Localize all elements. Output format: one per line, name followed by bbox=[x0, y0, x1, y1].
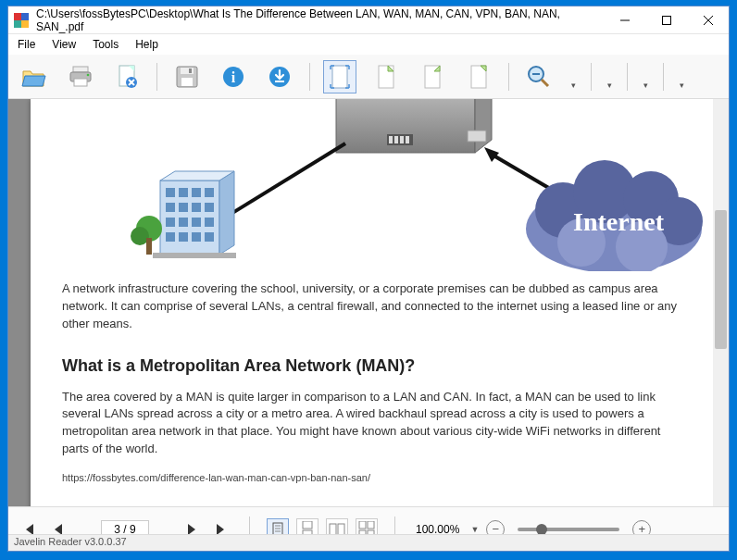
save-button[interactable] bbox=[170, 60, 204, 93]
app-footer: Javelin Reader v3.0.0.37 bbox=[8, 534, 729, 551]
svg-marker-43 bbox=[219, 171, 234, 255]
section-heading: What is a Metropolitan Area Network (MAN… bbox=[62, 354, 690, 378]
svg-rect-5 bbox=[662, 16, 670, 24]
app-icon bbox=[14, 13, 29, 28]
body-paragraph: A network infrastructure covering the sc… bbox=[62, 280, 690, 333]
svg-rect-46 bbox=[179, 188, 188, 197]
toolbar-dropdown[interactable]: ▾ bbox=[677, 60, 686, 93]
svg-rect-59 bbox=[192, 232, 201, 242]
toolbar-dropdown[interactable]: ▾ bbox=[641, 60, 650, 93]
svg-rect-51 bbox=[192, 203, 201, 212]
network-illustration: Internet bbox=[31, 99, 721, 271]
svg-marker-31 bbox=[475, 99, 492, 153]
toolbar-separator bbox=[663, 63, 664, 91]
zoom-slider-knob[interactable] bbox=[536, 524, 547, 535]
window-controls bbox=[604, 6, 729, 34]
svg-rect-81 bbox=[368, 521, 374, 529]
svg-rect-35 bbox=[400, 136, 404, 143]
svg-point-11 bbox=[87, 73, 90, 76]
page-mode-button-2[interactable] bbox=[416, 60, 449, 93]
minimize-button[interactable] bbox=[604, 6, 645, 34]
pdf-page: Internet A network infrastructure coveri… bbox=[31, 99, 721, 506]
svg-rect-34 bbox=[394, 136, 398, 143]
close-button[interactable] bbox=[687, 6, 729, 34]
zoom-button[interactable] bbox=[522, 60, 556, 93]
svg-rect-33 bbox=[389, 136, 393, 143]
info-button[interactable]: i bbox=[217, 60, 250, 93]
svg-rect-79 bbox=[338, 524, 344, 535]
svg-rect-61 bbox=[153, 253, 236, 258]
toolbar-separator bbox=[309, 63, 310, 91]
svg-rect-56 bbox=[205, 218, 214, 227]
menubar: File View Tools Help bbox=[8, 34, 729, 55]
svg-rect-10 bbox=[74, 79, 87, 86]
svg-rect-60 bbox=[205, 232, 214, 242]
toolbar-separator bbox=[156, 63, 157, 91]
svg-rect-17 bbox=[189, 68, 192, 73]
page-content: A network infrastructure covering the sc… bbox=[31, 280, 721, 506]
svg-rect-48 bbox=[205, 188, 214, 197]
app-window: C:\Users\fossBytesPC\Desktop\What Is The… bbox=[7, 6, 730, 552]
window-title: C:\Users\fossBytesPC\Desktop\What Is The… bbox=[36, 7, 604, 33]
svg-rect-36 bbox=[406, 136, 409, 143]
svg-rect-52 bbox=[205, 203, 214, 212]
svg-rect-58 bbox=[179, 232, 188, 242]
svg-rect-55 bbox=[192, 218, 201, 227]
menu-help[interactable]: Help bbox=[135, 38, 158, 51]
svg-rect-16 bbox=[181, 78, 193, 86]
open-button[interactable] bbox=[18, 60, 51, 93]
svg-rect-64 bbox=[146, 238, 152, 255]
print-button[interactable] bbox=[64, 60, 97, 93]
toolbar: i ▾ ▾ ▾ ▾ bbox=[8, 55, 729, 99]
svg-rect-49 bbox=[166, 203, 175, 212]
download-button[interactable] bbox=[263, 60, 296, 93]
svg-rect-8 bbox=[73, 67, 88, 72]
svg-rect-3 bbox=[21, 20, 29, 28]
menu-file[interactable]: File bbox=[18, 38, 35, 51]
svg-rect-53 bbox=[166, 218, 175, 227]
svg-line-27 bbox=[542, 80, 548, 86]
zoom-slider[interactable] bbox=[518, 528, 619, 531]
svg-rect-45 bbox=[166, 188, 175, 197]
toolbar-dropdown[interactable]: ▾ bbox=[568, 60, 578, 93]
svg-rect-50 bbox=[179, 203, 188, 212]
svg-rect-1 bbox=[21, 13, 29, 20]
vertical-scrollbar[interactable] bbox=[713, 99, 729, 506]
remove-page-button[interactable] bbox=[110, 60, 144, 93]
titlebar: C:\Users\fossBytesPC\Desktop\What Is The… bbox=[8, 6, 729, 34]
svg-text:i: i bbox=[231, 69, 236, 85]
internet-label: Internet bbox=[573, 207, 665, 236]
svg-rect-54 bbox=[179, 218, 188, 227]
svg-rect-0 bbox=[14, 13, 21, 20]
zoom-dropdown-icon[interactable]: ▼ bbox=[470, 525, 479, 534]
toolbar-separator bbox=[627, 63, 628, 91]
svg-rect-76 bbox=[303, 521, 312, 529]
svg-rect-37 bbox=[468, 131, 486, 142]
toolbar-dropdown[interactable]: ▾ bbox=[605, 60, 614, 93]
svg-rect-2 bbox=[14, 20, 21, 28]
menu-view[interactable]: View bbox=[52, 38, 76, 51]
document-viewport[interactable]: Internet A network infrastructure coveri… bbox=[8, 99, 729, 506]
menu-tools[interactable]: Tools bbox=[93, 38, 119, 51]
svg-marker-40 bbox=[484, 147, 499, 162]
toolbar-separator bbox=[508, 63, 509, 91]
body-paragraph: The area covered by a MAN is quite large… bbox=[62, 389, 690, 458]
svg-rect-80 bbox=[359, 521, 366, 529]
scrollbar-thumb[interactable] bbox=[715, 210, 727, 349]
svg-line-38 bbox=[225, 143, 345, 218]
toolbar-separator bbox=[591, 63, 592, 91]
page-footer-url: https://fossbytes.com/difference-lan-wan… bbox=[62, 471, 690, 486]
maximize-button[interactable] bbox=[645, 6, 687, 34]
svg-rect-47 bbox=[192, 188, 201, 197]
page-mode-button-3[interactable] bbox=[462, 60, 495, 93]
svg-rect-22 bbox=[332, 66, 347, 88]
fit-page-button[interactable] bbox=[323, 60, 356, 93]
page-mode-button-1[interactable] bbox=[369, 60, 403, 93]
svg-rect-78 bbox=[330, 524, 336, 535]
svg-rect-57 bbox=[166, 232, 175, 242]
